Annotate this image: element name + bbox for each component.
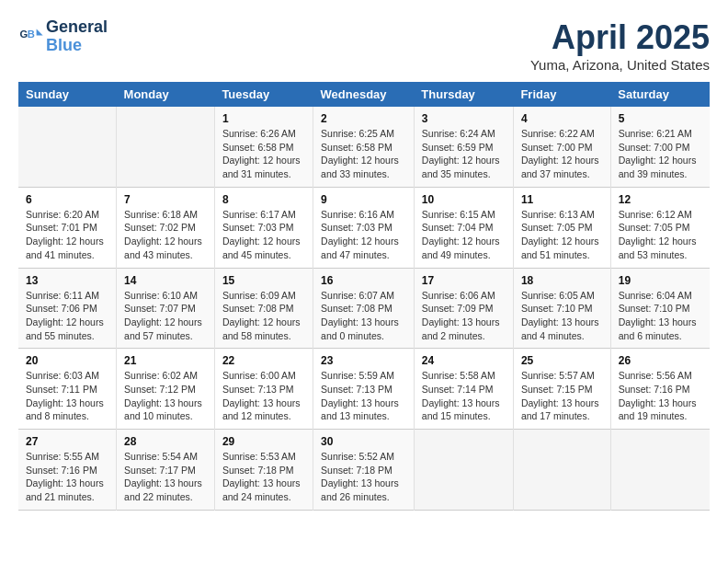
day-number: 23 — [321, 354, 406, 367]
day-info: Sunrise: 6:21 AM Sunset: 7:00 PM Dayligh… — [619, 127, 702, 181]
header-cell-friday: Friday — [513, 82, 610, 107]
day-number: 26 — [619, 354, 702, 367]
day-info: Sunrise: 6:18 AM Sunset: 7:02 PM Dayligh… — [124, 208, 207, 262]
calendar-cell: 5Sunrise: 6:21 AM Sunset: 7:00 PM Daylig… — [610, 107, 710, 187]
day-number: 16 — [321, 274, 406, 287]
day-number: 21 — [124, 354, 207, 367]
calendar-cell: 14Sunrise: 6:10 AM Sunset: 7:07 PM Dayli… — [117, 268, 215, 349]
day-info: Sunrise: 6:12 AM Sunset: 7:05 PM Dayligh… — [619, 208, 702, 262]
day-number: 7 — [124, 193, 207, 206]
svg-text:B: B — [28, 29, 35, 40]
day-number: 29 — [222, 435, 305, 448]
day-info: Sunrise: 6:05 AM Sunset: 7:10 PM Dayligh… — [521, 289, 603, 343]
day-number: 4 — [521, 112, 603, 125]
calendar-cell: 28Sunrise: 5:54 AM Sunset: 7:17 PM Dayli… — [117, 430, 215, 511]
day-info: Sunrise: 6:09 AM Sunset: 7:08 PM Dayligh… — [222, 289, 305, 343]
logo-line2: Blue — [46, 37, 108, 55]
day-number: 12 — [619, 193, 702, 206]
calendar-cell: 27Sunrise: 5:55 AM Sunset: 7:16 PM Dayli… — [18, 430, 117, 511]
title-block: April 2025 Yuma, Arizona, United States — [530, 18, 710, 73]
day-info: Sunrise: 5:54 AM Sunset: 7:17 PM Dayligh… — [124, 450, 207, 504]
day-info: Sunrise: 5:57 AM Sunset: 7:15 PM Dayligh… — [521, 369, 603, 423]
main-title: April 2025 — [530, 18, 710, 57]
day-info: Sunrise: 6:07 AM Sunset: 7:08 PM Dayligh… — [321, 289, 406, 343]
week-row-1: 1Sunrise: 6:26 AM Sunset: 6:58 PM Daylig… — [18, 107, 710, 187]
day-info: Sunrise: 6:17 AM Sunset: 7:03 PM Dayligh… — [222, 208, 305, 262]
day-number: 20 — [26, 354, 108, 367]
calendar-cell: 26Sunrise: 5:56 AM Sunset: 7:16 PM Dayli… — [610, 349, 710, 430]
svg-text:G: G — [19, 29, 28, 40]
calendar-cell: 17Sunrise: 6:06 AM Sunset: 7:09 PM Dayli… — [414, 268, 513, 349]
day-info: Sunrise: 5:52 AM Sunset: 7:18 PM Dayligh… — [321, 450, 406, 504]
calendar-cell — [610, 430, 710, 511]
calendar-cell: 22Sunrise: 6:00 AM Sunset: 7:13 PM Dayli… — [214, 349, 313, 430]
day-info: Sunrise: 6:13 AM Sunset: 7:05 PM Dayligh… — [521, 208, 603, 262]
day-info: Sunrise: 6:15 AM Sunset: 7:04 PM Dayligh… — [422, 208, 506, 262]
day-number: 3 — [422, 112, 506, 125]
day-number: 24 — [422, 354, 506, 367]
day-info: Sunrise: 5:53 AM Sunset: 7:18 PM Dayligh… — [222, 450, 305, 504]
day-number: 17 — [422, 274, 506, 287]
day-number: 9 — [321, 193, 406, 206]
day-info: Sunrise: 6:06 AM Sunset: 7:09 PM Dayligh… — [422, 289, 506, 343]
day-number: 15 — [222, 274, 305, 287]
header-cell-tuesday: Tuesday — [214, 82, 313, 107]
day-number: 22 — [222, 354, 305, 367]
calendar-cell: 9Sunrise: 6:16 AM Sunset: 7:03 PM Daylig… — [313, 187, 415, 268]
calendar-cell — [18, 107, 117, 187]
day-number: 10 — [422, 193, 506, 206]
week-row-2: 6Sunrise: 6:20 AM Sunset: 7:01 PM Daylig… — [18, 187, 710, 268]
calendar-cell: 20Sunrise: 6:03 AM Sunset: 7:11 PM Dayli… — [18, 349, 117, 430]
calendar-cell: 25Sunrise: 5:57 AM Sunset: 7:15 PM Dayli… — [513, 349, 610, 430]
subtitle: Yuma, Arizona, United States — [530, 57, 710, 73]
page-header: G B General Blue April 2025 Yuma, Arizon… — [18, 18, 710, 73]
day-info: Sunrise: 6:25 AM Sunset: 6:58 PM Dayligh… — [321, 127, 406, 181]
day-info: Sunrise: 6:10 AM Sunset: 7:07 PM Dayligh… — [124, 289, 207, 343]
day-number: 30 — [321, 435, 406, 448]
calendar-cell: 11Sunrise: 6:13 AM Sunset: 7:05 PM Dayli… — [513, 187, 610, 268]
calendar-cell: 4Sunrise: 6:22 AM Sunset: 7:00 PM Daylig… — [513, 107, 610, 187]
day-number: 25 — [521, 354, 603, 367]
header-cell-saturday: Saturday — [610, 82, 710, 107]
header-row: SundayMondayTuesdayWednesdayThursdayFrid… — [18, 82, 710, 107]
calendar-cell: 6Sunrise: 6:20 AM Sunset: 7:01 PM Daylig… — [18, 187, 117, 268]
calendar-cell: 8Sunrise: 6:17 AM Sunset: 7:03 PM Daylig… — [214, 187, 313, 268]
logo: G B General Blue — [18, 18, 108, 55]
calendar-cell: 18Sunrise: 6:05 AM Sunset: 7:10 PM Dayli… — [513, 268, 610, 349]
calendar-cell: 16Sunrise: 6:07 AM Sunset: 7:08 PM Dayli… — [313, 268, 415, 349]
day-number: 11 — [521, 193, 603, 206]
calendar-body: 1Sunrise: 6:26 AM Sunset: 6:58 PM Daylig… — [18, 107, 710, 510]
day-number: 13 — [26, 274, 108, 287]
day-info: Sunrise: 5:59 AM Sunset: 7:13 PM Dayligh… — [321, 369, 406, 423]
day-info: Sunrise: 6:20 AM Sunset: 7:01 PM Dayligh… — [26, 208, 108, 262]
day-info: Sunrise: 6:03 AM Sunset: 7:11 PM Dayligh… — [26, 369, 108, 423]
calendar-cell: 1Sunrise: 6:26 AM Sunset: 6:58 PM Daylig… — [214, 107, 313, 187]
day-number: 1 — [222, 112, 305, 125]
calendar-table: SundayMondayTuesdayWednesdayThursdayFrid… — [18, 82, 710, 511]
calendar-cell: 24Sunrise: 5:58 AM Sunset: 7:14 PM Dayli… — [414, 349, 513, 430]
calendar-cell: 19Sunrise: 6:04 AM Sunset: 7:10 PM Dayli… — [610, 268, 710, 349]
day-info: Sunrise: 5:56 AM Sunset: 7:16 PM Dayligh… — [619, 369, 702, 423]
day-number: 14 — [124, 274, 207, 287]
header-cell-wednesday: Wednesday — [313, 82, 415, 107]
calendar-header: SundayMondayTuesdayWednesdayThursdayFrid… — [18, 82, 710, 107]
calendar-cell: 15Sunrise: 6:09 AM Sunset: 7:08 PM Dayli… — [214, 268, 313, 349]
calendar-cell: 12Sunrise: 6:12 AM Sunset: 7:05 PM Dayli… — [610, 187, 710, 268]
day-number: 2 — [321, 112, 406, 125]
day-number: 5 — [619, 112, 702, 125]
day-info: Sunrise: 6:22 AM Sunset: 7:00 PM Dayligh… — [521, 127, 603, 181]
header-cell-thursday: Thursday — [414, 82, 513, 107]
calendar-cell: 7Sunrise: 6:18 AM Sunset: 7:02 PM Daylig… — [117, 187, 215, 268]
calendar-cell: 10Sunrise: 6:15 AM Sunset: 7:04 PM Dayli… — [414, 187, 513, 268]
calendar-cell: 21Sunrise: 6:02 AM Sunset: 7:12 PM Dayli… — [117, 349, 215, 430]
day-number: 18 — [521, 274, 603, 287]
calendar-cell — [414, 430, 513, 511]
day-number: 19 — [619, 274, 702, 287]
day-number: 6 — [26, 193, 108, 206]
day-number: 8 — [222, 193, 305, 206]
logo-line1: General — [46, 18, 108, 37]
day-info: Sunrise: 6:04 AM Sunset: 7:10 PM Dayligh… — [619, 289, 702, 343]
day-info: Sunrise: 6:16 AM Sunset: 7:03 PM Dayligh… — [321, 208, 406, 262]
calendar-cell: 23Sunrise: 5:59 AM Sunset: 7:13 PM Dayli… — [313, 349, 415, 430]
calendar-cell: 13Sunrise: 6:11 AM Sunset: 7:06 PM Dayli… — [18, 268, 117, 349]
